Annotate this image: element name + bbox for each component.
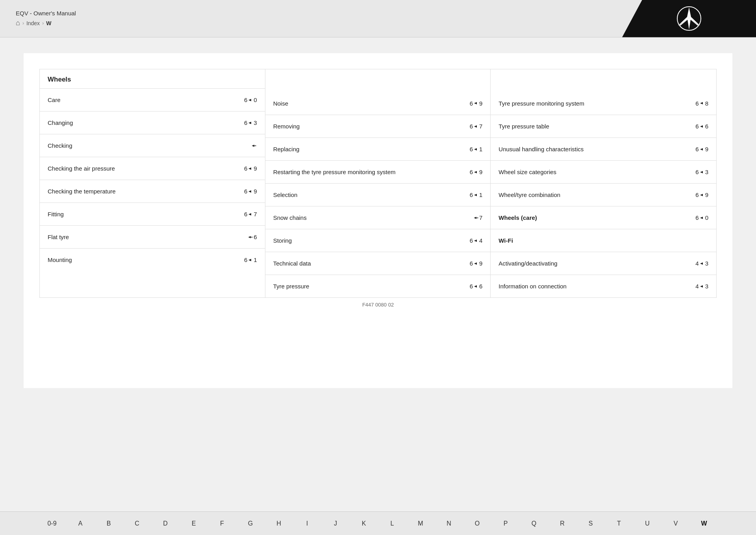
- column-2: Noise 69 Removing 67 Replacing 61 Restar…: [265, 69, 491, 297]
- column-3: Tyre pressure monitoring system 68 Tyre …: [491, 69, 716, 297]
- list-item[interactable]: Tyre pressure table 66: [491, 115, 716, 137]
- list-item[interactable]: Unusual handling characteristics 69: [491, 137, 716, 160]
- list-item[interactable]: Tyre pressure 66: [265, 275, 491, 297]
- item-label: Care: [48, 96, 240, 104]
- home-icon[interactable]: ⌂: [16, 19, 20, 27]
- item-label: Mounting: [48, 256, 240, 264]
- alphabet-nav: 0-9 A B C D E F G H I J K L M N O P Q R …: [0, 511, 756, 535]
- alpha-j[interactable]: J: [321, 512, 350, 535]
- list-item[interactable]: Technical data 69: [265, 252, 491, 275]
- item-label: Flat tyre: [48, 233, 243, 241]
- alpha-n[interactable]: N: [435, 512, 463, 535]
- col2-spacer: [265, 69, 491, 92]
- alpha-d[interactable]: D: [151, 512, 180, 535]
- alpha-a[interactable]: A: [66, 512, 94, 535]
- item-page: 63: [244, 119, 257, 126]
- alpha-k[interactable]: K: [350, 512, 378, 535]
- item-page: 66: [695, 123, 708, 130]
- item-page: 61: [244, 256, 257, 263]
- alpha-f[interactable]: F: [208, 512, 236, 535]
- svg-marker-5: [678, 17, 689, 26]
- list-item[interactable]: Checking the air pressure 69: [40, 157, 265, 180]
- svg-marker-6: [689, 17, 700, 26]
- alpha-o[interactable]: O: [463, 512, 491, 535]
- alpha-w[interactable]: W: [690, 512, 718, 535]
- footer-code: F447 0080 02: [39, 298, 717, 335]
- breadcrumb-sep2: ›: [42, 20, 44, 26]
- manual-title: EQV - Owner's Manual: [16, 10, 76, 17]
- alpha-c[interactable]: C: [123, 512, 151, 535]
- list-item[interactable]: Tyre pressure monitoring system 68: [491, 92, 716, 115]
- alpha-i[interactable]: I: [293, 512, 321, 535]
- list-item[interactable]: Wheel size categories 63: [491, 160, 716, 183]
- list-item[interactable]: Noise 69: [265, 92, 491, 115]
- alpha-m[interactable]: M: [406, 512, 435, 535]
- item-label: Technical data: [273, 259, 466, 268]
- item-label: Fitting: [48, 210, 240, 218]
- item-page: 60: [695, 214, 708, 221]
- item-page: 61: [470, 146, 483, 152]
- alpha-s[interactable]: S: [576, 512, 605, 535]
- list-item[interactable]: Mounting 61: [40, 248, 265, 271]
- list-item[interactable]: Restarting the tyre pressure monitoring …: [265, 160, 491, 183]
- wifi-header-label: Wi-Fi: [498, 236, 708, 245]
- list-item[interactable]: Changing 63: [40, 111, 265, 134]
- breadcrumb-index[interactable]: Index: [26, 20, 40, 26]
- alpha-h[interactable]: H: [265, 512, 293, 535]
- list-item[interactable]: Wheel/tyre combination 69: [491, 183, 716, 206]
- item-label: Removing: [273, 122, 466, 130]
- alpha-v[interactable]: V: [662, 512, 690, 535]
- list-item[interactable]: Fitting 67: [40, 202, 265, 225]
- item-page: 69: [244, 188, 257, 195]
- alpha-q[interactable]: Q: [520, 512, 548, 535]
- item-label: Restarting the tyre pressure monitoring …: [273, 168, 466, 176]
- item-page: 43: [695, 260, 708, 267]
- item-page: 64: [470, 237, 483, 244]
- alpha-p[interactable]: P: [491, 512, 520, 535]
- list-item[interactable]: Care 60: [40, 88, 265, 111]
- alpha-g[interactable]: G: [236, 512, 265, 535]
- item-label: Activating/deactivating: [498, 259, 691, 268]
- list-item[interactable]: Checking the temperature 69: [40, 180, 265, 202]
- list-item[interactable]: Storing 64: [265, 229, 491, 252]
- list-item[interactable]: Wheels (care) 60: [491, 206, 716, 229]
- alpha-l[interactable]: L: [378, 512, 406, 535]
- wifi-section-header: Wi-Fi: [491, 229, 716, 252]
- alpha-09[interactable]: 0-9: [38, 512, 66, 535]
- item-label: Tyre pressure monitoring system: [498, 99, 691, 108]
- alpha-t[interactable]: T: [605, 512, 633, 535]
- item-label: Checking the temperature: [48, 187, 240, 195]
- list-item[interactable]: Activating/deactivating 43: [491, 252, 716, 275]
- item-page: 66: [470, 283, 483, 290]
- list-item[interactable]: Removing 67: [265, 115, 491, 137]
- item-label: Wheels (care): [498, 214, 691, 222]
- list-item[interactable]: Flat tyre 6: [40, 225, 265, 248]
- mercedes-star-icon: [676, 6, 702, 31]
- item-page: 69: [244, 165, 257, 172]
- breadcrumb-sep1: ›: [22, 20, 24, 26]
- item-page: 69: [470, 100, 483, 107]
- svg-marker-7: [678, 19, 689, 26]
- item-label: Snow chains: [273, 214, 469, 222]
- item-page: 69: [470, 169, 483, 175]
- item-page: 7: [473, 214, 482, 221]
- item-page: 60: [244, 97, 257, 103]
- breadcrumb-current: W: [46, 20, 51, 26]
- col1-header: Wheels: [40, 69, 265, 88]
- item-label: Checking the air pressure: [48, 164, 240, 173]
- alpha-r[interactable]: R: [548, 512, 576, 535]
- item-label: Selection: [273, 191, 466, 199]
- list-item[interactable]: Snow chains 7: [265, 206, 491, 229]
- item-label: Changing: [48, 119, 240, 127]
- list-item[interactable]: Selection 61: [265, 183, 491, 206]
- item-label: Wheel size categories: [498, 168, 691, 176]
- alpha-u[interactable]: U: [633, 512, 662, 535]
- list-item[interactable]: Information on connection 43: [491, 275, 716, 297]
- alpha-b[interactable]: B: [94, 512, 123, 535]
- alpha-e[interactable]: E: [180, 512, 208, 535]
- item-label: Noise: [273, 99, 466, 108]
- item-page: 67: [470, 123, 483, 130]
- item-page: 63: [695, 169, 708, 175]
- list-item[interactable]: Replacing 61: [265, 137, 491, 160]
- list-item[interactable]: Checking: [40, 134, 265, 157]
